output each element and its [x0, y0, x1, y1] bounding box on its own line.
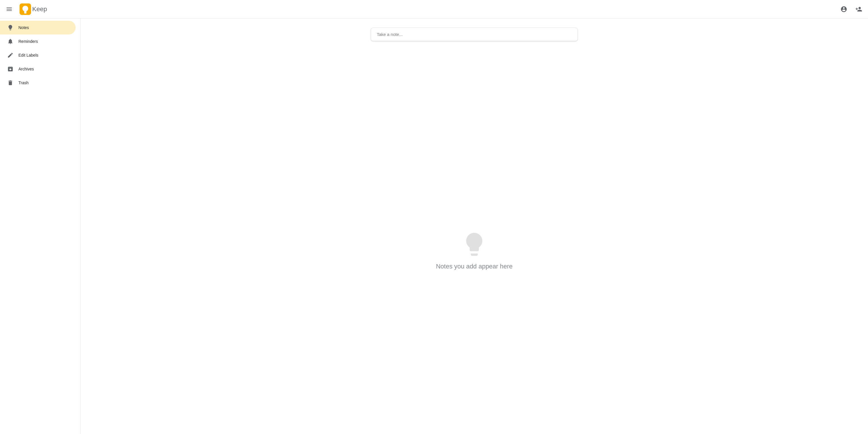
svg-rect-1: [24, 13, 27, 13]
sidebar-item-archives[interactable]: Archives: [0, 62, 75, 76]
app-header: Keep: [0, 0, 868, 19]
header-right: [837, 2, 866, 16]
main-layout: Notes Reminders Edit Labels: [0, 19, 868, 434]
app-title: Keep: [32, 5, 47, 13]
reminders-label: Reminders: [19, 39, 38, 44]
logo-container: Keep: [17, 3, 49, 15]
sidebar-item-notes[interactable]: Notes: [0, 21, 75, 34]
menu-button[interactable]: [2, 2, 16, 16]
trash-icon: [7, 79, 14, 86]
note-input[interactable]: [371, 28, 578, 41]
sidebar-item-trash[interactable]: Trash: [0, 76, 75, 90]
archives-label: Archives: [19, 67, 34, 71]
sidebar-item-reminders[interactable]: Reminders: [0, 34, 75, 48]
notes-label: Notes: [19, 25, 29, 30]
sidebar: Notes Reminders Edit Labels: [0, 19, 81, 434]
note-input-container: [371, 28, 578, 41]
empty-state: Notes you add appear here: [425, 71, 524, 429]
bell-icon: [7, 38, 14, 45]
main-content: Notes you add appear here: [81, 19, 868, 434]
sidebar-item-edit-labels[interactable]: Edit Labels: [0, 48, 75, 62]
lightbulb-icon: [7, 24, 14, 31]
empty-lightbulb-icon: [461, 231, 488, 258]
archive-icon: [7, 66, 14, 72]
add-person-icon: [855, 6, 862, 13]
edit-labels-label: Edit Labels: [19, 53, 38, 58]
account-button[interactable]: [837, 2, 851, 16]
account-icon: [840, 6, 847, 13]
empty-state-text: Notes you add appear here: [436, 263, 513, 270]
trash-label: Trash: [19, 80, 29, 85]
header-left: Keep: [2, 2, 49, 16]
menu-icon: [6, 6, 13, 13]
pencil-icon: [7, 52, 14, 59]
add-person-button[interactable]: [852, 2, 866, 16]
keep-logo: [20, 3, 31, 15]
